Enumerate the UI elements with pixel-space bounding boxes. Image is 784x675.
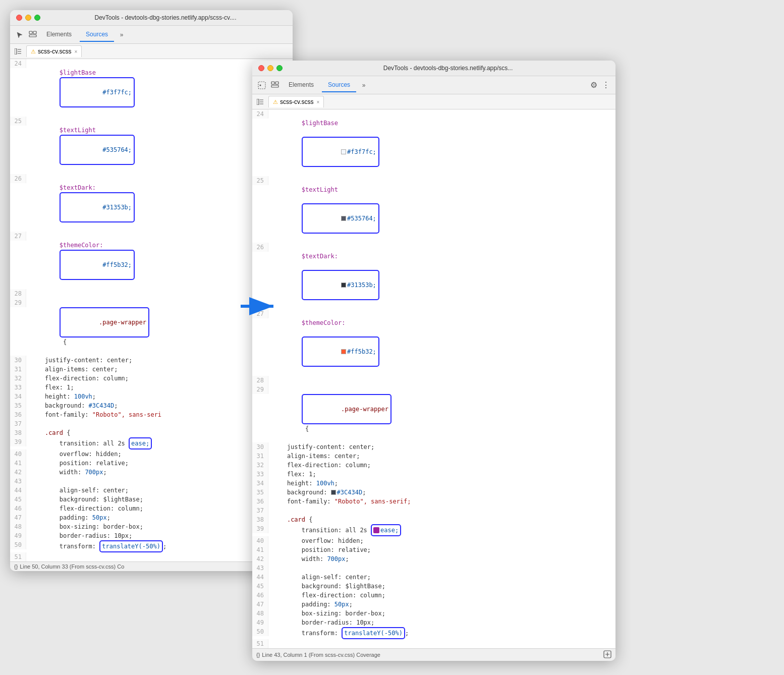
status-bar-right: {} Line 43, Column 1 (From scss-cv.css) … [252, 648, 615, 661]
title-bar-left: DevTools - devtools-dbg-stories.netlify.… [10, 10, 293, 26]
code-line-47-left: 47 padding: 50px; [10, 513, 293, 522]
code-line-31-right: 31 align-items: center; [252, 452, 615, 461]
code-line-36-right: 36 font-family: "Roboto", sans-serif; [252, 497, 615, 506]
more-icon-right[interactable]: ⋮ [600, 80, 611, 91]
sidebar-toggle-left[interactable] [12, 45, 24, 58]
code-line-39-left: 39 transition: all 2s ease; [10, 437, 293, 449]
code-line-26-right: 26 $textDark: #31353b; [252, 243, 615, 309]
file-tab-close-right[interactable]: × [316, 99, 319, 105]
maximize-button-right[interactable] [276, 65, 283, 71]
code-line-34-left: 34 height: 100vh; [10, 392, 293, 401]
code-line-51-left: 51 [10, 552, 293, 561]
code-line-48-left: 48 box-sizing: border-box; [10, 522, 293, 531]
code-line-37-left: 37 [10, 419, 293, 428]
status-text-right: Line 43, Column 1 (From scss-cv.css) Cov… [262, 652, 380, 658]
devtools-window-right: DevTools - devtools-dbg-stories.netlify.… [252, 61, 615, 661]
code-line-31-left: 31 align-items: center; [10, 365, 293, 374]
file-tab-bar-right: ⚠ scss-cv.scss × [252, 94, 615, 109]
svg-rect-14 [257, 99, 259, 105]
cursor-icon[interactable] [14, 29, 25, 40]
inspect-icon-right[interactable] [269, 80, 281, 91]
title-bar-right: DevTools - devtools-dbg-stories.netlify.… [252, 61, 615, 76]
toolbar-right-actions: ⚙ ⋮ [588, 80, 611, 91]
code-line-32-right: 32 flex-direction: column; [252, 461, 615, 470]
file-tab-name-left: scss-cv.scss [38, 48, 71, 55]
status-text-left: Line 50, Column 33 (From scss-cv.css) Co [20, 564, 124, 570]
window-title-left: DevTools - devtools-dbg-stories.netlify.… [44, 14, 287, 21]
code-line-45-right: 45 background: $lightBase; [252, 582, 615, 591]
svg-rect-0 [29, 31, 32, 34]
code-line-42-left: 42 width: 700px; [10, 468, 293, 477]
code-line-43-right: 43 [252, 564, 615, 573]
code-line-25-right: 25 $textLight #535764; [252, 176, 615, 243]
code-line-41-right: 41 position: relative; [252, 545, 615, 554]
code-line-49-left: 49 border-radius: 10px; [10, 531, 293, 540]
sidebar-toggle-right[interactable] [254, 96, 266, 108]
braces-icon-right: {} [256, 652, 260, 658]
code-line-40-left: 40 overflow: hidden; [10, 449, 293, 459]
tab-sources-left[interactable]: Sources [80, 28, 114, 42]
more-tabs-icon-left[interactable]: » [116, 29, 127, 40]
code-area-right: 24 $lightBase #f3f7fc; 25 $textLight #53… [252, 109, 615, 648]
code-line-24-right: 24 $lightBase #f3f7fc; [252, 109, 615, 176]
svg-rect-2 [33, 31, 36, 34]
tab-sources-right[interactable]: Sources [322, 78, 356, 92]
toolbar-left: Elements Sources » [10, 26, 293, 44]
code-line-50-left: 50 transform: translateY(-50%); [10, 540, 293, 552]
code-line-36-left: 36 font-family: "Roboto", sans-seri [10, 410, 293, 419]
cursor-icon-right[interactable] [256, 80, 267, 91]
code-line-25-left: 25 $textLight #535764; [10, 117, 293, 174]
window-title-right: DevTools - devtools-dbg-stories.netlify.… [287, 65, 609, 72]
maximize-button-left[interactable] [34, 15, 40, 21]
warning-icon-left: ⚠ [31, 48, 36, 55]
tab-elements-left[interactable]: Elements [40, 28, 78, 42]
code-line-33-left: 33 flex: 1; [10, 383, 293, 392]
warning-icon-right: ⚠ [273, 99, 278, 105]
code-line-34-right: 34 height: 100vh; [252, 479, 615, 488]
braces-icon-left: {} [14, 564, 18, 570]
svg-rect-9 [258, 82, 265, 89]
file-tab-close-left[interactable]: × [74, 49, 77, 54]
code-line-41-left: 41 position: relative; [10, 459, 293, 468]
code-line-28-right: 28 [252, 376, 615, 385]
svg-rect-3 [15, 48, 17, 54]
status-bar-left: {} Line 50, Column 33 (From scss-cv.css)… [10, 561, 293, 571]
code-line-27-right: 27 $themeColor: #ff5b32; [252, 309, 615, 376]
code-line-27-left: 27 $themeColor: #ff5b32; [10, 232, 293, 289]
close-button-right[interactable] [258, 65, 264, 71]
coverage-icon[interactable] [603, 650, 611, 659]
code-line-44-left: 44 align-self: center; [10, 486, 293, 495]
code-line-44-right: 44 align-self: center; [252, 573, 615, 582]
code-line-48-right: 48 box-sizing: border-box; [252, 609, 615, 618]
svg-rect-1 [29, 35, 36, 37]
code-line-33-right: 33 flex: 1; [252, 470, 615, 479]
svg-point-10 [260, 84, 261, 86]
devtools-window-left: DevTools - devtools-dbg-stories.netlify.… [10, 10, 293, 571]
minimize-button-left[interactable] [25, 15, 31, 21]
code-line-37-right: 37 [252, 506, 615, 515]
file-tab-left[interactable]: ⚠ scss-cv.scss × [26, 45, 82, 57]
code-line-38-left: 38 .card { [10, 428, 293, 437]
code-line-45-left: 45 background: $lightBase; [10, 495, 293, 504]
code-line-38-right: 38 .card { [252, 515, 615, 524]
file-tab-bar-left: ⚠ scss-cv.scss × [10, 44, 293, 59]
file-tab-right[interactable]: ⚠ scss-cv.scss × [268, 96, 324, 107]
code-line-29-right: 29 .page-wrapper { [252, 385, 615, 442]
minimize-button-right[interactable] [267, 65, 273, 71]
code-line-30-left: 30 justify-content: center; [10, 356, 293, 365]
code-line-30-right: 30 justify-content: center; [252, 442, 615, 452]
code-line-47-right: 47 padding: 50px; [252, 600, 615, 609]
close-button-left[interactable] [16, 15, 22, 21]
code-line-50-right: 50 transform: translateY(-50%); [252, 627, 615, 639]
code-line-46-left: 46 flex-direction: column; [10, 504, 293, 513]
inspect-icon[interactable] [27, 29, 38, 40]
settings-icon-right[interactable]: ⚙ [588, 80, 599, 91]
tab-elements-right[interactable]: Elements [283, 78, 320, 92]
file-tab-name-right: scss-cv.scss [280, 98, 313, 105]
code-line-46-right: 46 flex-direction: column; [252, 591, 615, 600]
svg-rect-11 [271, 82, 274, 84]
code-line-51-right: 51 [252, 639, 615, 648]
code-line-39-right: 39 transition: all 2s ease; [252, 524, 615, 536]
more-tabs-icon-right[interactable]: » [358, 80, 369, 91]
code-line-40-right: 40 overflow: hidden; [252, 536, 615, 545]
